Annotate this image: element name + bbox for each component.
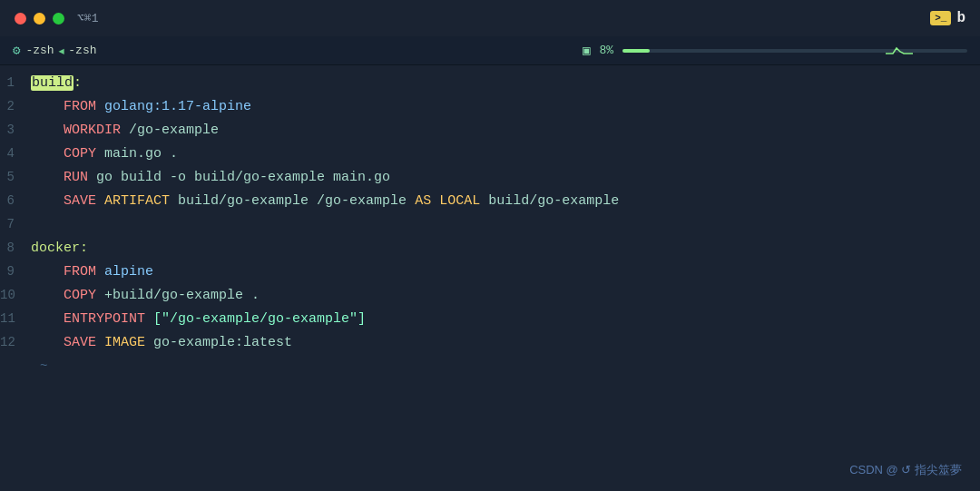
val-copy-src: main.go . [104, 146, 178, 162]
line-number-3: 3 [0, 120, 31, 141]
line-number-5: 5 [0, 167, 31, 188]
tab-gear-icon: ⚙ [13, 43, 20, 58]
line-number-12: 12 [0, 332, 31, 353]
kw-copy-2: COPY [64, 288, 96, 303]
editor-line-5: 5 RUN go build -o build/go-example main.… [0, 167, 980, 191]
val-image-name: go-example:latest [153, 335, 292, 350]
line-content-9: FROM alpine [31, 261, 153, 284]
val-run-cmd: go build -o build/go-example main.go [96, 170, 390, 185]
line-number-6: 6 [0, 191, 31, 211]
kw-artifact: ARTIFACT [104, 193, 170, 209]
cpu-percentage: 8% [599, 44, 613, 57]
editor-line-2: 2 FROM golang:1.17-alpine [0, 96, 980, 120]
close-button[interactable] [15, 13, 26, 25]
editor-area: 1 build: 2 FROM golang:1.17-alpine 3 WOR… [0, 65, 980, 387]
tab-separator: ◂ [57, 42, 66, 60]
editor-line-12: 12 SAVE IMAGE go-example:latest [0, 332, 980, 356]
line-number-8: 8 [0, 238, 31, 259]
val-artifact-path: build/go-example /go-example [178, 193, 407, 209]
traffic-lights [15, 13, 64, 25]
val-golang: golang:1.17-alpine [104, 99, 251, 114]
line-content-4: COPY main.go . [31, 143, 178, 166]
line-content-10: COPY +build/go-example . [31, 285, 260, 308]
line-number-7: 7 [0, 214, 31, 235]
line-number-11: 11 [0, 309, 31, 329]
cpu-bar-track [622, 49, 967, 53]
kw-copy: COPY [64, 146, 96, 162]
editor-line-11: 11 ENTRYPOINT ["/go-example/go-example"] [0, 309, 980, 332]
line-number-9: 9 [0, 261, 31, 282]
highlight-build: build [31, 75, 74, 91]
line-number-1: 1 [0, 73, 31, 93]
editor-line-9: 9 FROM alpine [0, 261, 980, 285]
tab-name-2[interactable]: -zsh [68, 44, 96, 57]
editor-line-6: 6 SAVE ARTIFACT build/go-example /go-exa… [0, 191, 980, 214]
cpu-section: ▣ 8% [583, 43, 967, 58]
tilde-symbol: ~ [31, 356, 47, 377]
val-local-path: build/go-example [488, 193, 619, 209]
cpu-bar-fill [622, 49, 650, 53]
kw-workdir: WORKDIR [64, 123, 121, 138]
line-content-12: SAVE IMAGE go-example:latest [31, 332, 292, 355]
line-content-7 [31, 214, 39, 237]
line-content-6: SAVE ARTIFACT build/go-example /go-examp… [31, 191, 619, 213]
editor-line-4: 4 COPY main.go . [0, 143, 980, 167]
cpu-spike-graph [886, 46, 913, 55]
cpu-icon: ▣ [583, 43, 590, 58]
terminal-icon: >_ [930, 11, 951, 25]
line-content-3: WORKDIR /go-example [31, 120, 219, 142]
val-copy-2-src: +build/go-example . [104, 288, 260, 303]
line-content-1: build: [31, 73, 82, 95]
val-workdir-path: /go-example [129, 123, 219, 138]
val-alpine: alpine [104, 264, 153, 280]
line-content-5: RUN go build -o build/go-example main.go [31, 167, 390, 190]
line-content-8: docker: [31, 238, 88, 260]
kw-save: SAVE [64, 193, 96, 209]
val-entrypoint-arr: ["/go-example/go-example"] [153, 311, 366, 327]
watermark: CSDN @ ↺ 指尖筮夢 [849, 462, 962, 478]
line-number-4: 4 [0, 143, 31, 164]
titlebar: ⌥⌘1 >_ b [0, 0, 980, 36]
kw-from-2: FROM [64, 264, 96, 280]
line-number-2: 2 [0, 96, 31, 117]
kw-entrypoint: ENTRYPOINT [64, 311, 145, 327]
fullscreen-button[interactable] [53, 13, 64, 25]
kw-as: AS LOCAL [415, 193, 480, 209]
kw-docker-target: docker [31, 241, 80, 256]
line-content-11: ENTRYPOINT ["/go-example/go-example"] [31, 309, 366, 331]
kw-run: RUN [64, 170, 88, 185]
editor-line-1: 1 build: [0, 73, 980, 96]
terminal-letter: b [956, 10, 965, 26]
editor-line-10: 10 COPY +build/go-example . [0, 285, 980, 309]
line-content-2: FROM golang:1.17-alpine [31, 96, 251, 119]
editor-line-3: 3 WORKDIR /go-example [0, 120, 980, 143]
tabbar: ⚙ -zsh ◂ -zsh ▣ 8% [0, 36, 980, 65]
kw-image: IMAGE [104, 335, 145, 350]
editor-line-7: 7 [0, 214, 980, 238]
titlebar-right: >_ b [930, 10, 965, 26]
editor-line-8: 8 docker: [0, 238, 980, 261]
line-number-10: 10 [0, 285, 31, 306]
kw-from: FROM [64, 99, 96, 114]
tab-name-1[interactable]: -zsh [25, 44, 54, 57]
kw-save-2: SAVE [64, 335, 96, 350]
keyboard-shortcut-label: ⌥⌘1 [77, 11, 98, 25]
minimize-button[interactable] [34, 13, 45, 25]
editor-tilde-1: ~ [0, 356, 980, 379]
